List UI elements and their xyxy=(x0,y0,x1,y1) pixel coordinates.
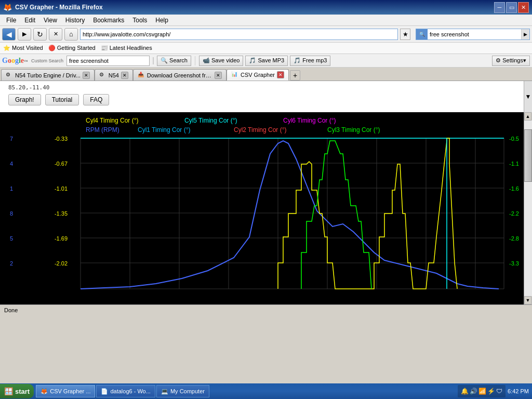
vscroll-down-button[interactable]: ▼ xyxy=(524,296,531,304)
tab-n54[interactable]: ⚙ N54 ✕ xyxy=(95,69,133,81)
google-custom-search-icon: Custom Search xyxy=(31,58,63,63)
svg-text:RPM (RPM): RPM (RPM) xyxy=(86,126,119,134)
save-video-button[interactable]: 📹 Save video xyxy=(199,56,243,66)
bookmark-star-button[interactable]: ★ xyxy=(400,29,410,40)
tutorial-button[interactable]: Tutorial xyxy=(45,94,79,105)
taskbar-item-label-datalog: datalog6 - Wo... xyxy=(110,388,150,394)
close-button[interactable]: ✕ xyxy=(518,2,529,13)
faq-button[interactable]: FAQ xyxy=(83,94,109,105)
svg-text:Cyl2 Timing Cor (°): Cyl2 Timing Cor (°) xyxy=(234,126,286,134)
google-logo: Google™ xyxy=(2,57,28,65)
svg-text:1: 1 xyxy=(10,185,13,192)
search-input[interactable] xyxy=(428,31,521,37)
tray-icon-2: 🔊 xyxy=(470,388,477,395)
tab-label-csv-grapher: CSV Grapher xyxy=(241,72,275,78)
svg-text:Cyl5 Timing Cor (°): Cyl5 Timing Cor (°) xyxy=(184,117,237,124)
graph-area: ▲ ▼ Cyl4 Timing Cor (°) Cyl5 Timing Cor … xyxy=(0,112,532,304)
tab-favicon-n54-turbo: ⚙ xyxy=(6,72,13,79)
vertical-scrollbar[interactable]: ▲ ▼ xyxy=(524,112,532,304)
free-mp3-button[interactable]: 🎵 Free mp3 xyxy=(290,56,330,66)
svg-text:2: 2 xyxy=(10,260,13,267)
bookmark-most-visited[interactable]: ⭐Most Visited xyxy=(3,45,43,51)
windows-logo-icon: 🪟 xyxy=(4,387,13,395)
svg-text:Cyl1 Timing Cor (°): Cyl1 Timing Cor (°) xyxy=(138,126,190,134)
tab-label-greenshot: Download Greenshot fro... xyxy=(147,72,212,78)
title-bar: 🦊 CSV Grapher - Mozilla Firefox ─ ▭ ✕ xyxy=(0,0,532,15)
start-button[interactable]: 🪟 start xyxy=(0,384,34,398)
tab-label-n54: N54 xyxy=(109,72,119,78)
address-bar[interactable] xyxy=(80,29,398,40)
taskbar-item-my-computer[interactable]: 💻 My Computer xyxy=(156,385,209,397)
tab-close-csv-grapher[interactable]: ✕ xyxy=(277,71,284,78)
tab-close-n54-turbo[interactable]: ✕ xyxy=(83,72,90,79)
svg-text:4: 4 xyxy=(10,161,13,167)
tab-n54-turbo[interactable]: ⚙ N54 Turbo Engine / Driv... ✕ xyxy=(1,69,95,81)
tab-label-n54-turbo: N54 Turbo Engine / Driv... xyxy=(15,72,81,78)
search-go-button[interactable]: ▶ xyxy=(521,29,529,39)
tab-close-n54[interactable]: ✕ xyxy=(121,72,128,79)
svg-text:-0.5: -0.5 xyxy=(509,136,519,142)
taskbar-item-label-mycomputer: My Computer xyxy=(170,388,205,394)
google-search-button[interactable]: 🔍 Search xyxy=(157,56,191,66)
coordinate-display: 85.20,-11.40 xyxy=(8,84,524,91)
svg-text:-2.8: -2.8 xyxy=(509,235,519,242)
window-controls: ─ ▭ ✕ xyxy=(494,2,529,13)
reload-button[interactable]: ↻ xyxy=(33,28,47,41)
window-title: CSV Grapher - Mozilla Firefox xyxy=(15,4,494,11)
tab-favicon-csv-grapher: 📊 xyxy=(231,71,238,78)
clock: 6:42 PM xyxy=(508,388,529,394)
status-text: Done xyxy=(4,307,18,313)
vscroll-up-button[interactable]: ▲ xyxy=(524,112,531,121)
back-button[interactable]: ◀ xyxy=(2,28,16,41)
tray-icon-3: 📶 xyxy=(478,388,486,395)
menu-bookmarks[interactable]: Bookmarks xyxy=(89,16,128,25)
google-search-input[interactable] xyxy=(66,56,150,66)
svg-text:-1.69: -1.69 xyxy=(55,235,68,242)
svg-text:-2.2: -2.2 xyxy=(509,210,519,217)
svg-rect-0 xyxy=(0,112,524,304)
svg-text:8: 8 xyxy=(10,210,13,217)
forward-button[interactable]: ▶ xyxy=(18,28,31,41)
tray-icon-5: 🛡 xyxy=(496,388,502,395)
bookmark-getting-started[interactable]: 🔴Getting Started xyxy=(48,45,96,51)
svg-text:Cyl3 Timing Cor (°): Cyl3 Timing Cor (°) xyxy=(327,126,380,134)
taskbar-item-icon-datalog: 📄 xyxy=(101,388,108,395)
save-mp3-button[interactable]: 🎵 Save MP3 xyxy=(245,56,288,66)
menu-edit[interactable]: Edit xyxy=(20,16,39,25)
svg-text:-1.01: -1.01 xyxy=(55,185,68,192)
tab-greenshot[interactable]: 📥 Download Greenshot fro... ✕ xyxy=(133,69,227,81)
new-tab-button[interactable]: + xyxy=(290,70,300,81)
status-bar: Done xyxy=(0,304,532,315)
bookmarks-bar: ⭐Most Visited 🔴Getting Started 📰Latest H… xyxy=(0,43,532,54)
taskbar-item-datalog[interactable]: 📄 datalog6 - Wo... xyxy=(96,385,155,397)
maximize-button[interactable]: ▭ xyxy=(506,2,517,13)
menu-view[interactable]: View xyxy=(39,16,61,25)
system-tray: 🔔 🔊 📶 ⚡ 🛡 xyxy=(458,385,506,397)
tab-close-greenshot[interactable]: ✕ xyxy=(215,72,222,79)
bookmark-latest-headlines[interactable]: 📰Latest Headlines xyxy=(101,45,152,51)
menu-help[interactable]: Help xyxy=(151,16,172,25)
minimize-button[interactable]: ─ xyxy=(494,2,505,13)
tab-csv-grapher[interactable]: 📊 CSV Grapher ✕ xyxy=(227,69,289,81)
graph-svg: Cyl4 Timing Cor (°) Cyl5 Timing Cor (°) … xyxy=(0,112,524,304)
menu-file[interactable]: File xyxy=(2,16,20,25)
vscroll-track xyxy=(524,121,532,296)
graph-button[interactable]: Graph! xyxy=(8,94,41,105)
settings-button[interactable]: ⚙ Settings▾ xyxy=(492,56,530,66)
search-engine-icon: 🔍 xyxy=(416,29,428,39)
controls-scroll-button[interactable]: ▼ xyxy=(524,81,532,112)
svg-text:-1.1: -1.1 xyxy=(509,161,519,167)
taskbar-item-csv-grapher[interactable]: 🦊 CSV Grapher ... xyxy=(36,385,95,397)
menu-history[interactable]: History xyxy=(61,16,89,25)
svg-text:7: 7 xyxy=(10,136,13,142)
address-input[interactable] xyxy=(83,31,395,37)
vscroll-thumb[interactable] xyxy=(524,129,532,182)
stop-button[interactable]: ✕ xyxy=(49,28,62,41)
tray-icon-1: 🔔 xyxy=(461,388,469,395)
svg-text:-3.3: -3.3 xyxy=(509,260,519,267)
home-button[interactable]: ⌂ xyxy=(64,28,78,41)
svg-text:-0.33: -0.33 xyxy=(55,136,68,142)
taskbar: 🪟 start 🦊 CSV Grapher ... 📄 datalog6 - W… xyxy=(0,383,532,399)
menu-tools[interactable]: Tools xyxy=(128,16,151,25)
svg-text:-0.67: -0.67 xyxy=(55,161,68,167)
